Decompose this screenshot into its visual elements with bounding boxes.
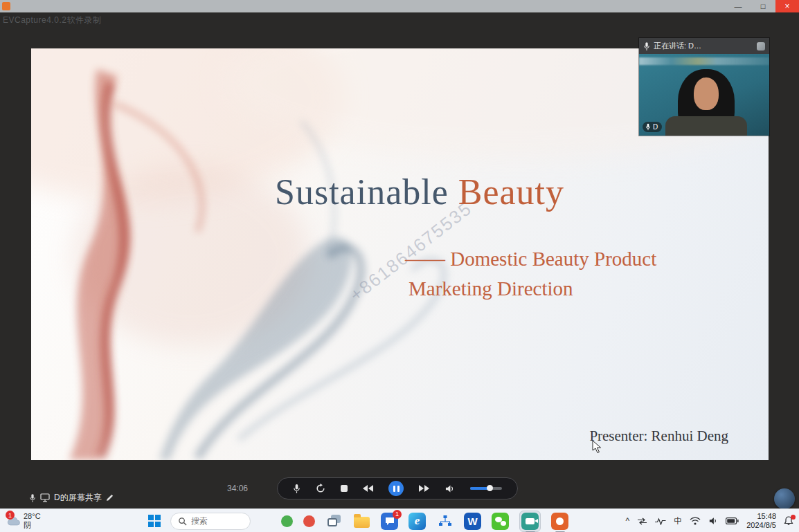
header-corner-icon[interactable]: [757, 42, 765, 51]
mic-icon: [645, 123, 651, 131]
stop-icon: [341, 485, 348, 492]
mic-icon: [643, 42, 650, 51]
weather-condition: 阴: [24, 521, 41, 530]
replay-icon: [316, 484, 325, 493]
wechat-icon: [495, 517, 506, 526]
volume-button[interactable]: [445, 484, 455, 493]
taskbar-app-widget-green[interactable]: [281, 515, 293, 527]
window-titlebar: — □ ×: [0, 0, 799, 12]
notification-center-button[interactable]: [784, 516, 793, 526]
video-camera-icon: [526, 518, 535, 524]
playback-timestamp: 34:06: [227, 484, 248, 493]
webcam-video[interactable]: D: [639, 54, 769, 136]
mouse-cursor: [592, 440, 602, 454]
pause-icon: [393, 486, 395, 492]
taskbar-app-word[interactable]: W: [464, 513, 481, 530]
weather-temp: 28°C: [24, 512, 41, 521]
speaker-icon: [445, 484, 455, 493]
record-icon: [556, 517, 564, 525]
notification-dot: [791, 515, 796, 520]
taskbar-app-chat[interactable]: 1: [381, 513, 398, 530]
person-body: [665, 116, 747, 136]
speaking-label: 正在讲话: D…: [654, 41, 753, 51]
org-chart-icon: [438, 515, 452, 527]
system-tray: ^ 中 15:48: [626, 509, 793, 532]
volume-knob[interactable]: [487, 485, 493, 491]
stop-button[interactable]: [341, 485, 348, 492]
pause-button[interactable]: [388, 481, 404, 496]
slide-title-part-1: Sustainable: [275, 172, 458, 212]
share-label: D的屏幕共享: [54, 492, 102, 504]
notification-badge: 1: [393, 510, 402, 519]
taskbar-app-edge[interactable]: e: [409, 513, 426, 530]
ime-indicator[interactable]: 中: [674, 515, 682, 527]
folder-icon: [354, 517, 370, 528]
tray-time: 15:48: [757, 512, 776, 521]
webcam-header: 正在讲话: D…: [639, 38, 769, 54]
volume-slider[interactable]: [470, 487, 502, 490]
participant-name: D: [653, 123, 658, 131]
battery-icon[interactable]: [726, 517, 739, 524]
taskbar-app-file-explorer[interactable]: [353, 513, 370, 530]
minimize-button[interactable]: —: [726, 0, 751, 12]
clock[interactable]: 15:48 2024/8/5: [746, 512, 776, 530]
playback-controls: [277, 477, 518, 499]
taskbar-app-meeting[interactable]: [521, 513, 539, 530]
taskbar-app-recorder[interactable]: [551, 513, 568, 530]
floating-widget[interactable]: [774, 488, 795, 509]
task-view-button[interactable]: [325, 513, 343, 530]
fast-forward-icon: [419, 485, 424, 492]
webcam-panel[interactable]: 正在讲话: D… D: [639, 38, 769, 136]
mic-icon[interactable]: [29, 493, 36, 503]
taskbar-search[interactable]: [170, 513, 251, 530]
word-icon: W: [467, 515, 477, 527]
taskbar-app-org-chart[interactable]: [436, 513, 454, 530]
recording-watermark: EVCapture4.0.2软件录制: [3, 15, 101, 26]
volume-track[interactable]: [470, 487, 502, 490]
taskbar-app-meeting-selected: [519, 511, 541, 532]
participant-name-badge: D: [643, 122, 662, 132]
audio-mic-button[interactable]: [293, 484, 300, 494]
taskbar-apps: 1 e W: [281, 511, 568, 532]
taskbar-app-widget-red[interactable]: [303, 515, 315, 527]
app-icon: [2, 2, 10, 10]
window-controls: — □ ×: [726, 0, 799, 12]
close-button[interactable]: ×: [775, 0, 799, 12]
rewind-icon: [368, 485, 373, 492]
video-overlay-banner: [639, 57, 769, 65]
screen: — □ × EVCapture4.0.2软件录制 +861864675535: [0, 0, 799, 532]
rewind-button[interactable]: [363, 485, 373, 492]
tray-overflow-chevron[interactable]: ^: [626, 516, 630, 526]
wifi-icon[interactable]: [690, 517, 701, 525]
taskbar-center: 1 e W: [148, 509, 568, 532]
mic-icon: [293, 484, 300, 494]
taskbar: 1 28°C 阴: [0, 508, 799, 532]
taskbar-app-wechat[interactable]: [492, 513, 509, 530]
slide-title-part-2: Beauty: [458, 172, 564, 212]
activity-pulse-icon[interactable]: [655, 517, 666, 525]
chat-bubble-icon: [385, 517, 395, 526]
start-button[interactable]: [148, 515, 161, 527]
pause-icon: [397, 486, 400, 492]
sync-arrows-icon[interactable]: [637, 517, 647, 525]
weather-widget[interactable]: 1 28°C 阴: [3, 511, 45, 531]
maximize-button[interactable]: □: [751, 0, 775, 12]
search-icon: [178, 517, 187, 526]
rewind-icon: [363, 485, 368, 492]
slide-subtitle-line1: —— Domestic Beauty Product: [405, 248, 656, 270]
tray-date: 2024/8/5: [746, 521, 776, 530]
notification-badge: 1: [6, 511, 15, 520]
presenter-credit: Presenter: Renhui Deng: [589, 428, 728, 445]
slide-title: Sustainable Beauty: [275, 172, 564, 212]
replay-button[interactable]: [316, 484, 325, 493]
fast-forward-icon: [424, 485, 429, 492]
person-face: [694, 77, 719, 110]
task-view-icon: [327, 515, 341, 527]
edge-icon: e: [415, 514, 420, 528]
search-input[interactable]: [191, 516, 240, 526]
slide-subtitle-line2: Marketing Direction: [409, 277, 573, 300]
pencil-icon[interactable]: [106, 494, 114, 502]
fast-forward-button[interactable]: [419, 485, 429, 492]
speaker-icon[interactable]: [708, 517, 718, 525]
screen-share-bar: D的屏幕共享: [29, 492, 114, 504]
